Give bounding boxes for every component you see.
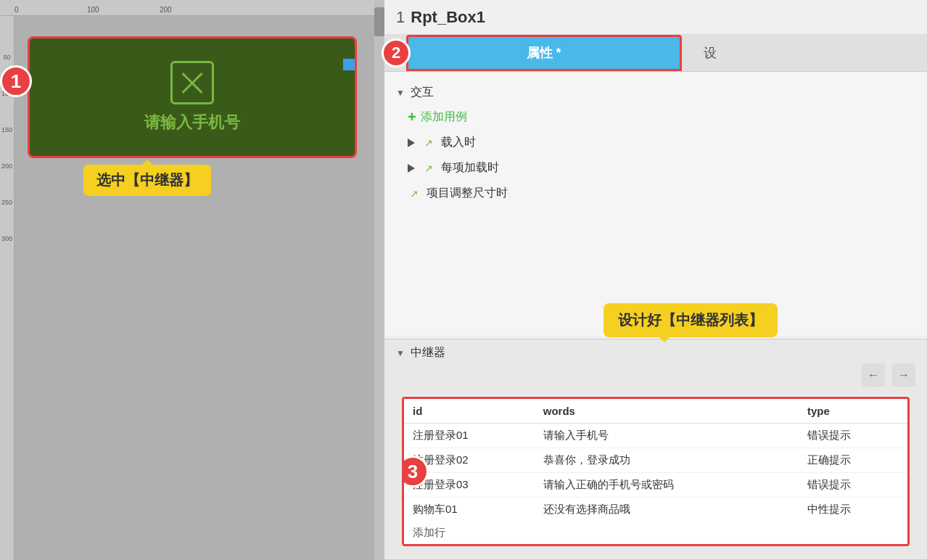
table-cell-2: 中性提示: [799, 498, 907, 522]
event-on-load-label: 载入时: [441, 135, 476, 150]
canvas-area: 请输入手机号 选中【中继器】: [15, 16, 384, 560]
tab-bar: 2 属性 * 设: [384, 35, 927, 72]
table-row[interactable]: 注册登录01请输入手机号错误提示: [404, 424, 907, 448]
chevron-relay-icon: ▼: [396, 348, 405, 358]
relay-section-header: ▼ 中继器: [396, 345, 915, 361]
ruler-mark-0: 0: [15, 6, 87, 14]
table-cell-1: 请输入正确的手机号或密码: [535, 473, 799, 498]
table-cell-1: 还没有选择商品哦: [535, 498, 799, 522]
table-cell-1: 请输入手机号: [535, 424, 799, 448]
table-cell-0: 购物车01: [404, 498, 535, 522]
table-cell-1: 恭喜你，登录成功: [535, 448, 799, 473]
yellow-tooltip-selected: 选中【中继器】: [83, 165, 211, 196]
section-interaction: ▼ 交互: [396, 81, 915, 104]
arrow-icon-3: ↗: [408, 187, 421, 200]
add-usecase-button[interactable]: + 添加用例: [396, 104, 915, 130]
scrollbar-right[interactable]: [374, 0, 384, 560]
table-cell-0: 注册登录01: [404, 424, 535, 448]
ruler-left-150: 150: [0, 125, 14, 161]
yellow-tooltip-design: 设计好【中继器列表】: [603, 303, 778, 337]
step-badge-1: 1: [0, 65, 32, 97]
event-resize-label: 项目调整尺寸时: [427, 186, 508, 201]
table-cell-2: 正确提示: [799, 448, 907, 473]
tab-design-label: 设: [704, 44, 717, 62]
ruler-top: 0 100 200: [0, 0, 384, 16]
table-cell-2: 错误提示: [799, 473, 907, 498]
step-badge-2: 2: [382, 38, 411, 67]
relay-section-label: 中继器: [411, 345, 445, 361]
col-type-header: type: [799, 399, 907, 424]
col-id-header: id: [404, 399, 535, 424]
scrollbar-thumb: [374, 7, 384, 36]
table-row[interactable]: 注册登录02恭喜你，登录成功正确提示: [404, 448, 907, 473]
properties-content: ▼ 交互 + 添加用例 ↗ 载入时 ↗ 每项加载时 ↗ 项目调整尺寸时: [384, 72, 927, 336]
col-words-header: words: [535, 399, 799, 424]
nav-right-button[interactable]: →: [892, 363, 915, 387]
table-row[interactable]: 购物车01还没有选择商品哦中性提示: [404, 498, 907, 522]
right-header: 1 Rpt_Box1: [384, 0, 927, 35]
tab-asterisk: *: [556, 46, 561, 61]
add-usecase-label: 添加用例: [421, 110, 467, 125]
event-each-load-row[interactable]: ↗ 每项加载时: [396, 155, 915, 181]
ruler-top-marks: 0 100 200: [0, 6, 232, 14]
header-title: Rpt_Box1: [411, 8, 485, 27]
ruler-left-300: 300: [0, 234, 14, 270]
blue-corner-indicator: [343, 59, 355, 70]
relay-section: 设计好【中继器列表】 ▼ 中继器 ← → 3 id words: [384, 339, 927, 560]
data-table: id words type 注册登录01请输入手机号错误提示注册登录02恭喜你，…: [404, 399, 907, 522]
green-box-component[interactable]: 请输入手机号: [28, 36, 357, 158]
tab-design[interactable]: 设: [682, 35, 738, 71]
ruler-left-250: 250: [0, 197, 14, 234]
table-row[interactable]: 注册登录03请输入正确的手机号或密码错误提示: [404, 473, 907, 498]
tab-wrapper: 2 属性 *: [384, 35, 682, 71]
tab-properties-label: 属性: [527, 44, 553, 62]
play-icon-1: [408, 139, 416, 147]
ruler-left: 50 100 150 200 250 300: [0, 16, 15, 560]
ruler-mark-200: 200: [160, 6, 232, 14]
chevron-interaction-icon: ▼: [396, 88, 405, 98]
play-icon-2: [408, 164, 416, 173]
header-number: 1: [396, 8, 405, 27]
nav-left-button[interactable]: ←: [862, 363, 885, 387]
tab-properties[interactable]: 属性 *: [406, 35, 682, 71]
left-panel: 0 100 200 50 100 150 200 250 300 请输入手机号 …: [0, 0, 384, 560]
arrow-icon-2: ↗: [422, 162, 435, 175]
data-table-wrapper: 3 id words type 注册登录01请输入手机号错误提示注册登录02恭喜…: [402, 397, 910, 546]
ruler-mark-100: 100: [87, 6, 160, 14]
arrow-icon-1: ↗: [422, 136, 435, 149]
event-on-load-row[interactable]: ↗ 载入时: [396, 130, 915, 155]
event-each-load-label: 每项加载时: [441, 160, 499, 176]
section-interaction-label: 交互: [411, 85, 434, 100]
green-box-text: 请输入手机号: [144, 112, 240, 133]
x-icon: [170, 61, 214, 104]
ruler-left-200: 200: [0, 161, 14, 197]
right-content-area: ▼ 交互 + 添加用例 ↗ 载入时 ↗ 每项加载时 ↗ 项目调整尺寸时: [384, 72, 927, 560]
nav-arrows: ← →: [396, 361, 915, 390]
right-panel: 1 Rpt_Box1 2 属性 * 设 ▼ 交互 + 添加用例: [384, 0, 927, 560]
ruler-left-0: [0, 16, 14, 52]
plus-icon: +: [408, 109, 416, 125]
add-row-button[interactable]: 添加行: [404, 522, 907, 544]
event-resize-row[interactable]: ↗ 项目调整尺寸时: [396, 181, 915, 206]
table-cell-2: 错误提示: [799, 424, 907, 448]
